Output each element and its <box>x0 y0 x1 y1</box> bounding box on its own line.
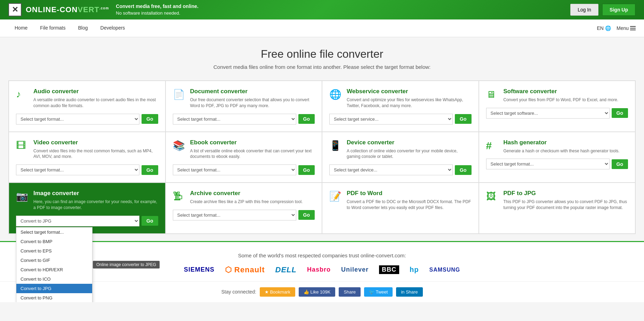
page-subtitle: Convert media files online from one form… <box>8 64 636 70</box>
ebook-format-select[interactable]: Select target format... <box>173 164 296 175</box>
card-archive-desc: Create archive files like a ZIP with thi… <box>190 199 303 205</box>
card-pdf-jpg: 🖼 PDF to JPG This PDF to JPG converter a… <box>479 183 636 234</box>
jpg-tooltip: Online image converter to JPEG <box>93 261 160 268</box>
card-hash-title: Hash generator <box>504 139 620 146</box>
header: ✕ ONLINE-CONVERT.com Convert media free,… <box>0 0 644 19</box>
card-document: 📄 Document converter Our free document c… <box>166 81 322 132</box>
login-button[interactable]: Log In <box>570 4 598 16</box>
device-format-select[interactable]: Select target device... <box>329 164 453 175</box>
card-device: 📱 Device converter A collection of onlin… <box>322 132 479 183</box>
archive-format-select[interactable]: Select target format... <box>173 210 296 220</box>
dropdown-opt-bmp[interactable]: Convert to BMP <box>16 237 92 246</box>
card-hash-header: # Hash generator Generate a hash or chec… <box>486 139 628 154</box>
webservice-go-button[interactable]: Go <box>455 114 471 124</box>
card-video-header: 🎞 Video converter Convert video files in… <box>16 139 158 160</box>
device-icon: 📱 <box>329 140 342 151</box>
card-video-desc: Convert video files into the most common… <box>33 148 158 160</box>
nav-file-formats[interactable]: File formats <box>34 19 72 37</box>
menu-label: Menu <box>617 25 629 31</box>
nav-home[interactable]: Home <box>8 19 34 37</box>
nav-developers[interactable]: Developers <box>94 19 131 37</box>
signup-button[interactable]: Sign Up <box>602 3 636 16</box>
image-format-select[interactable]: Select target format... Convert to BMP C… <box>16 216 139 226</box>
video-go-button[interactable]: Go <box>142 165 158 175</box>
card-video-title: Video converter <box>33 139 158 146</box>
card-archive-controls: Select target format... Go <box>173 210 315 220</box>
card-archive: 🗜 Archive converter Create archive files… <box>166 183 322 234</box>
software-format-select[interactable]: Select target software... <box>486 108 610 119</box>
card-document-desc: Our free document converter selection th… <box>190 97 315 109</box>
bookmark-button[interactable]: ★ Bookmark <box>260 287 295 297</box>
dropdown-opt-jpg[interactable]: Convert to JPG <box>16 284 92 293</box>
card-webservice-desc: Convert and optimize your files for webs… <box>347 97 472 109</box>
card-software-title: Software converter <box>504 88 619 95</box>
document-go-button[interactable]: Go <box>298 114 315 124</box>
trust-logo-hasbro: Hasbro <box>307 266 331 273</box>
trust-logo-unilever: Unilever <box>341 266 369 273</box>
social-row: Stay connected: ★ Bookmark 👍 Like 109K S… <box>6 287 638 297</box>
hash-format-select[interactable]: Select target format... <box>486 159 610 169</box>
trust-title: Some of the world's most respected compa… <box>8 252 636 258</box>
card-audio-desc: A versatile online audio converter to co… <box>33 97 158 109</box>
card-ebook-header: 📚 Ebook converter A list of versatile on… <box>173 139 315 160</box>
video-format-select[interactable]: Select target format... <box>16 164 139 175</box>
card-pdf-word-header: 📝 PDF to Word Convert a PDF file to DOC … <box>329 190 472 211</box>
card-audio-controls: Select target format... Go <box>16 114 158 125</box>
ebook-go-button[interactable]: Go <box>298 165 315 175</box>
lang-label: EN <box>597 25 604 31</box>
audio-format-select[interactable]: Select target format... <box>16 114 139 125</box>
card-software-header: 🖥 Software converter Convert your files … <box>486 88 628 103</box>
card-software: 🖥 Software converter Convert your files … <box>479 81 636 132</box>
hash-icon: # <box>486 140 499 152</box>
dropdown-opt-png[interactable]: Convert to PNG <box>16 293 92 302</box>
trust-logo-dell: DELL <box>275 265 297 274</box>
software-go-button[interactable]: Go <box>612 108 628 118</box>
dropdown-opt-ico[interactable]: Convert to ICO <box>16 274 92 284</box>
logo-icon: ✕ <box>12 5 18 14</box>
card-document-title: Document converter <box>190 88 315 95</box>
like-button[interactable]: 👍 Like 109K <box>299 287 335 297</box>
nav-language[interactable]: EN 🌐 <box>597 25 611 31</box>
card-pdf-word: 📝 PDF to Word Convert a PDF file to DOC … <box>322 183 479 234</box>
nav-blog[interactable]: Blog <box>72 19 94 37</box>
dropdown-opt-eps[interactable]: Convert to EPS <box>16 246 92 256</box>
card-software-controls: Select target software... Go <box>486 108 628 119</box>
card-webservice-header: 🌐 Webservice converter Convert and optim… <box>329 88 472 109</box>
card-device-title: Device converter <box>347 139 472 146</box>
card-pdf-jpg-desc: This PDF to JPG converter allows you to … <box>504 199 628 211</box>
dropdown-opt-gif[interactable]: Convert to GIF <box>16 256 92 265</box>
nav-menu-button[interactable]: Menu <box>617 25 636 31</box>
device-go-button[interactable]: Go <box>455 165 471 175</box>
nav: Home File formats Blog Developers EN 🌐 M… <box>0 19 644 37</box>
card-hash: # Hash generator Generate a hash or chec… <box>479 132 636 183</box>
card-ebook: 📚 Ebook converter A list of versatile on… <box>166 132 322 183</box>
dropdown-opt-hdr[interactable]: Convert to HDR/EXR <box>16 265 92 274</box>
audio-go-button[interactable]: Go <box>142 114 158 124</box>
card-device-desc: A collection of online video converter f… <box>347 148 472 160</box>
card-ebook-desc: A list of versatile online ebook convert… <box>190 148 315 160</box>
dropdown-opt-placeholder[interactable]: Select target format... <box>16 227 92 237</box>
nav-links: Home File formats Blog Developers <box>8 19 131 37</box>
card-image-desc: Here, you can find an image converter fo… <box>33 199 158 211</box>
document-icon: 📄 <box>173 89 185 100</box>
document-format-select[interactable]: Select target format... <box>173 114 296 125</box>
card-document-header: 📄 Document converter Our free document c… <box>173 88 315 109</box>
archive-icon: 🗜 <box>173 191 185 202</box>
share-li-button[interactable]: in Share <box>396 287 422 297</box>
card-audio: ♪ Audio converter A versatile online aud… <box>9 81 166 132</box>
card-video: 🎞 Video converter Convert video files in… <box>9 132 166 183</box>
card-pdf-word-title: PDF to Word <box>347 190 472 197</box>
card-document-controls: Select target format... Go <box>173 114 315 125</box>
card-pdf-jpg-title: PDF to JPG <box>504 190 628 197</box>
software-icon: 🖥 <box>486 89 499 100</box>
webservice-format-select[interactable]: Select target service... <box>329 114 453 125</box>
card-pdf-jpg-header: 🖼 PDF to JPG This PDF to JPG converter a… <box>486 190 628 211</box>
archive-go-button[interactable]: Go <box>298 210 315 220</box>
card-webservice: 🌐 Webservice converter Convert and optim… <box>322 81 479 132</box>
image-go-button[interactable]: Go <box>142 216 158 226</box>
tweet-button[interactable]: 🐦 Tweet <box>364 287 393 297</box>
hash-go-button[interactable]: Go <box>612 159 628 169</box>
main-content: Free online file converter Convert media… <box>0 37 644 241</box>
share-fb-button[interactable]: Share <box>339 287 361 297</box>
nav-right: EN 🌐 Menu <box>597 25 636 31</box>
